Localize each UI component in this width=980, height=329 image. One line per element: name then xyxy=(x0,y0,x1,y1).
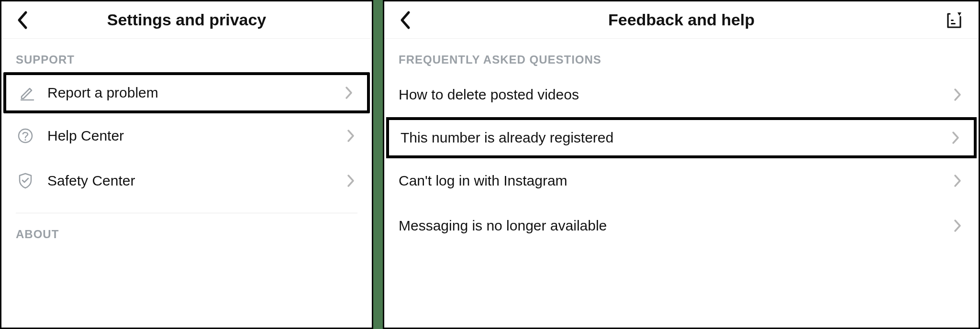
chevron-left-icon xyxy=(16,11,29,30)
help-center-row[interactable]: Help Center xyxy=(1,113,372,158)
settings-header: Settings and privacy xyxy=(1,1,372,39)
question-circle-icon xyxy=(16,126,35,145)
faq-item-label: How to delete posted videos xyxy=(399,87,951,103)
feedback-panel: Feedback and help FREQUENTLY ASKED QUEST… xyxy=(383,0,980,329)
chevron-right-icon xyxy=(342,86,356,99)
compose-icon xyxy=(945,11,963,29)
faq-item-label: Can't log in with Instagram xyxy=(399,173,951,189)
faq-item-label: Messaging is no longer available xyxy=(399,218,951,234)
chevron-right-icon xyxy=(344,129,357,143)
svg-rect-2 xyxy=(951,20,954,21)
support-section-label: SUPPORT xyxy=(1,39,372,72)
pencil-icon xyxy=(18,83,37,102)
settings-title: Settings and privacy xyxy=(107,11,267,29)
faq-instagram-login-row[interactable]: Can't log in with Instagram xyxy=(384,158,979,203)
chevron-right-icon xyxy=(951,174,964,187)
compose-button[interactable] xyxy=(944,10,964,30)
faq-messaging-unavailable-row[interactable]: Messaging is no longer available xyxy=(384,203,979,248)
faq-number-registered-row[interactable]: This number is already registered xyxy=(386,117,977,158)
chevron-right-icon xyxy=(344,174,357,187)
feedback-header: Feedback and help xyxy=(384,1,979,39)
panel-divider xyxy=(373,0,383,329)
report-a-problem-label: Report a problem xyxy=(47,85,342,101)
shield-check-icon xyxy=(16,171,35,190)
help-center-label: Help Center xyxy=(47,128,344,144)
faq-delete-videos-row[interactable]: How to delete posted videos xyxy=(384,72,979,117)
back-button[interactable] xyxy=(396,11,415,30)
chevron-right-icon xyxy=(949,131,962,144)
back-button[interactable] xyxy=(13,11,32,30)
chevron-right-icon xyxy=(951,88,964,101)
chevron-left-icon xyxy=(399,11,412,30)
chevron-right-icon xyxy=(951,219,964,232)
faq-item-label: This number is already registered xyxy=(401,130,949,146)
about-section-label: ABOUT xyxy=(1,213,372,247)
faq-section-label: FREQUENTLY ASKED QUESTIONS xyxy=(384,39,979,72)
svg-point-1 xyxy=(24,139,26,141)
settings-panel: Settings and privacy SUPPORT Report a pr… xyxy=(0,0,373,329)
report-a-problem-row[interactable]: Report a problem xyxy=(3,72,370,113)
safety-center-label: Safety Center xyxy=(47,173,344,189)
feedback-title: Feedback and help xyxy=(608,11,755,29)
svg-rect-3 xyxy=(951,23,956,24)
safety-center-row[interactable]: Safety Center xyxy=(1,158,372,203)
